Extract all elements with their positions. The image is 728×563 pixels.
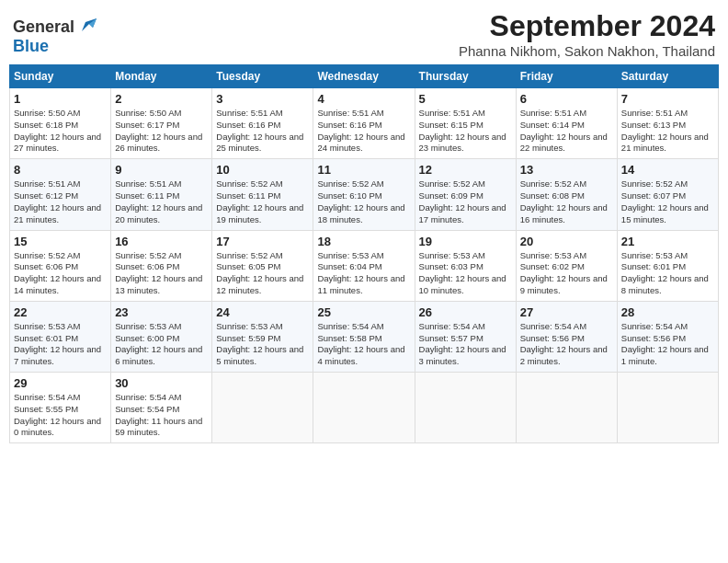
col-wednesday: Wednesday bbox=[313, 65, 415, 88]
col-thursday: Thursday bbox=[415, 65, 516, 88]
day-number: 30 bbox=[115, 376, 208, 390]
day-number: 19 bbox=[419, 235, 512, 248]
day-content: Sunrise: 5:52 AMSunset: 6:08 PMDaylight:… bbox=[520, 178, 613, 225]
day-content: Sunrise: 5:50 AMSunset: 6:18 PMDaylight:… bbox=[14, 108, 107, 155]
table-row: 26 Sunrise: 5:54 AMSunset: 5:57 PMDaylig… bbox=[415, 301, 516, 372]
table-row bbox=[313, 373, 415, 443]
table-row: 9 Sunrise: 5:51 AMSunset: 6:11 PMDayligh… bbox=[111, 159, 212, 230]
month-title: September 2024 bbox=[459, 9, 715, 43]
table-row: 29 Sunrise: 5:54 AMSunset: 5:55 PMDaylig… bbox=[10, 373, 111, 443]
table-row: 20 Sunrise: 5:53 AMSunset: 6:02 PMDaylig… bbox=[516, 230, 617, 301]
day-content: Sunrise: 5:51 AMSunset: 6:14 PMDaylight:… bbox=[520, 108, 613, 155]
day-number: 2 bbox=[115, 92, 208, 106]
table-row: 7 Sunrise: 5:51 AMSunset: 6:13 PMDayligh… bbox=[617, 88, 718, 159]
day-content: Sunrise: 5:54 AMSunset: 5:55 PMDaylight:… bbox=[14, 392, 107, 439]
logo: General Blue bbox=[13, 17, 97, 56]
day-content: Sunrise: 5:52 AMSunset: 6:10 PMDaylight:… bbox=[317, 178, 410, 225]
table-row: 11 Sunrise: 5:52 AMSunset: 6:10 PMDaylig… bbox=[313, 159, 415, 230]
day-content: Sunrise: 5:51 AMSunset: 6:11 PMDaylight:… bbox=[115, 178, 208, 225]
table-row: 10 Sunrise: 5:52 AMSunset: 6:11 PMDaylig… bbox=[212, 159, 313, 230]
day-number: 12 bbox=[419, 163, 512, 177]
day-content: Sunrise: 5:54 AMSunset: 5:56 PMDaylight:… bbox=[520, 321, 613, 368]
table-row: 15 Sunrise: 5:52 AMSunset: 6:06 PMDaylig… bbox=[10, 230, 111, 301]
day-number: 4 bbox=[317, 92, 410, 106]
day-content: Sunrise: 5:52 AMSunset: 6:09 PMDaylight:… bbox=[419, 178, 512, 225]
logo-general-text: General bbox=[13, 17, 74, 37]
day-content: Sunrise: 5:53 AMSunset: 6:01 PMDaylight:… bbox=[14, 321, 107, 368]
col-saturday: Saturday bbox=[617, 65, 718, 88]
day-content: Sunrise: 5:53 AMSunset: 5:59 PMDaylight:… bbox=[216, 321, 309, 368]
col-sunday: Sunday bbox=[10, 65, 111, 88]
day-content: Sunrise: 5:54 AMSunset: 5:56 PMDaylight:… bbox=[621, 321, 714, 368]
table-row: 18 Sunrise: 5:53 AMSunset: 6:04 PMDaylig… bbox=[313, 230, 415, 301]
day-number: 9 bbox=[115, 163, 208, 177]
day-number: 15 bbox=[14, 235, 107, 248]
day-number: 28 bbox=[621, 305, 714, 319]
table-row: 1 Sunrise: 5:50 AMSunset: 6:18 PMDayligh… bbox=[10, 88, 111, 159]
table-row: 30 Sunrise: 5:54 AMSunset: 5:54 PMDaylig… bbox=[111, 373, 212, 443]
title-area: September 2024 Phanna Nikhom, Sakon Nakh… bbox=[459, 9, 715, 59]
table-row: 23 Sunrise: 5:53 AMSunset: 6:00 PMDaylig… bbox=[111, 301, 212, 372]
calendar-table: Sunday Monday Tuesday Wednesday Thursday… bbox=[9, 64, 719, 443]
logo-bird-icon bbox=[76, 17, 97, 37]
col-tuesday: Tuesday bbox=[212, 65, 313, 88]
table-row: 5 Sunrise: 5:51 AMSunset: 6:15 PMDayligh… bbox=[415, 88, 516, 159]
day-content: Sunrise: 5:52 AMSunset: 6:07 PMDaylight:… bbox=[621, 178, 714, 225]
day-content: Sunrise: 5:51 AMSunset: 6:16 PMDaylight:… bbox=[317, 108, 410, 155]
day-content: Sunrise: 5:51 AMSunset: 6:16 PMDaylight:… bbox=[216, 108, 309, 155]
day-content: Sunrise: 5:52 AMSunset: 6:05 PMDaylight:… bbox=[216, 250, 309, 297]
calendar-week-row: 29 Sunrise: 5:54 AMSunset: 5:55 PMDaylig… bbox=[10, 373, 719, 443]
day-number: 1 bbox=[14, 92, 107, 106]
day-content: Sunrise: 5:52 AMSunset: 6:06 PMDaylight:… bbox=[115, 250, 208, 297]
calendar-week-row: 8 Sunrise: 5:51 AMSunset: 6:12 PMDayligh… bbox=[10, 159, 719, 230]
table-row: 27 Sunrise: 5:54 AMSunset: 5:56 PMDaylig… bbox=[516, 301, 617, 372]
day-number: 16 bbox=[115, 235, 208, 248]
day-number: 24 bbox=[216, 305, 309, 319]
day-content: Sunrise: 5:54 AMSunset: 5:54 PMDaylight:… bbox=[115, 392, 208, 439]
table-row: 17 Sunrise: 5:52 AMSunset: 6:05 PMDaylig… bbox=[212, 230, 313, 301]
day-content: Sunrise: 5:53 AMSunset: 6:03 PMDaylight:… bbox=[419, 250, 512, 297]
table-row: 25 Sunrise: 5:54 AMSunset: 5:58 PMDaylig… bbox=[313, 301, 415, 372]
day-number: 3 bbox=[216, 92, 309, 106]
calendar-week-row: 15 Sunrise: 5:52 AMSunset: 6:06 PMDaylig… bbox=[10, 230, 719, 301]
day-number: 20 bbox=[520, 235, 613, 248]
day-content: Sunrise: 5:51 AMSunset: 6:12 PMDaylight:… bbox=[14, 178, 107, 225]
day-number: 27 bbox=[520, 305, 613, 319]
table-row: 19 Sunrise: 5:53 AMSunset: 6:03 PMDaylig… bbox=[415, 230, 516, 301]
day-number: 22 bbox=[14, 305, 107, 319]
day-number: 18 bbox=[317, 235, 410, 248]
day-content: Sunrise: 5:52 AMSunset: 6:11 PMDaylight:… bbox=[216, 178, 309, 225]
day-number: 29 bbox=[14, 376, 107, 390]
table-row: 28 Sunrise: 5:54 AMSunset: 5:56 PMDaylig… bbox=[617, 301, 718, 372]
table-row: 8 Sunrise: 5:51 AMSunset: 6:12 PMDayligh… bbox=[10, 159, 111, 230]
logo-blue-text: Blue bbox=[13, 37, 49, 56]
day-number: 5 bbox=[419, 92, 512, 106]
day-number: 6 bbox=[520, 92, 613, 106]
day-number: 17 bbox=[216, 235, 309, 248]
day-number: 13 bbox=[520, 163, 613, 177]
table-row: 14 Sunrise: 5:52 AMSunset: 6:07 PMDaylig… bbox=[617, 159, 718, 230]
day-content: Sunrise: 5:53 AMSunset: 6:01 PMDaylight:… bbox=[621, 250, 714, 297]
table-row: 6 Sunrise: 5:51 AMSunset: 6:14 PMDayligh… bbox=[516, 88, 617, 159]
day-content: Sunrise: 5:53 AMSunset: 6:02 PMDaylight:… bbox=[520, 250, 613, 297]
day-number: 25 bbox=[317, 305, 410, 319]
table-row bbox=[516, 373, 617, 443]
table-row: 13 Sunrise: 5:52 AMSunset: 6:08 PMDaylig… bbox=[516, 159, 617, 230]
col-friday: Friday bbox=[516, 65, 617, 88]
table-row: 4 Sunrise: 5:51 AMSunset: 6:16 PMDayligh… bbox=[313, 88, 415, 159]
day-number: 14 bbox=[621, 163, 714, 177]
calendar-header-row: Sunday Monday Tuesday Wednesday Thursday… bbox=[10, 65, 719, 88]
table-row bbox=[415, 373, 516, 443]
calendar-week-row: 1 Sunrise: 5:50 AMSunset: 6:18 PMDayligh… bbox=[10, 88, 719, 159]
table-row: 24 Sunrise: 5:53 AMSunset: 5:59 PMDaylig… bbox=[212, 301, 313, 372]
day-content: Sunrise: 5:54 AMSunset: 5:58 PMDaylight:… bbox=[317, 321, 410, 368]
day-number: 21 bbox=[621, 235, 714, 248]
day-content: Sunrise: 5:50 AMSunset: 6:17 PMDaylight:… bbox=[115, 108, 208, 155]
table-row: 16 Sunrise: 5:52 AMSunset: 6:06 PMDaylig… bbox=[111, 230, 212, 301]
day-content: Sunrise: 5:54 AMSunset: 5:57 PMDaylight:… bbox=[419, 321, 512, 368]
day-content: Sunrise: 5:52 AMSunset: 6:06 PMDaylight:… bbox=[14, 250, 107, 297]
day-number: 10 bbox=[216, 163, 309, 177]
day-content: Sunrise: 5:51 AMSunset: 6:13 PMDaylight:… bbox=[621, 108, 714, 155]
day-number: 11 bbox=[317, 163, 410, 177]
table-row: 2 Sunrise: 5:50 AMSunset: 6:17 PMDayligh… bbox=[111, 88, 212, 159]
